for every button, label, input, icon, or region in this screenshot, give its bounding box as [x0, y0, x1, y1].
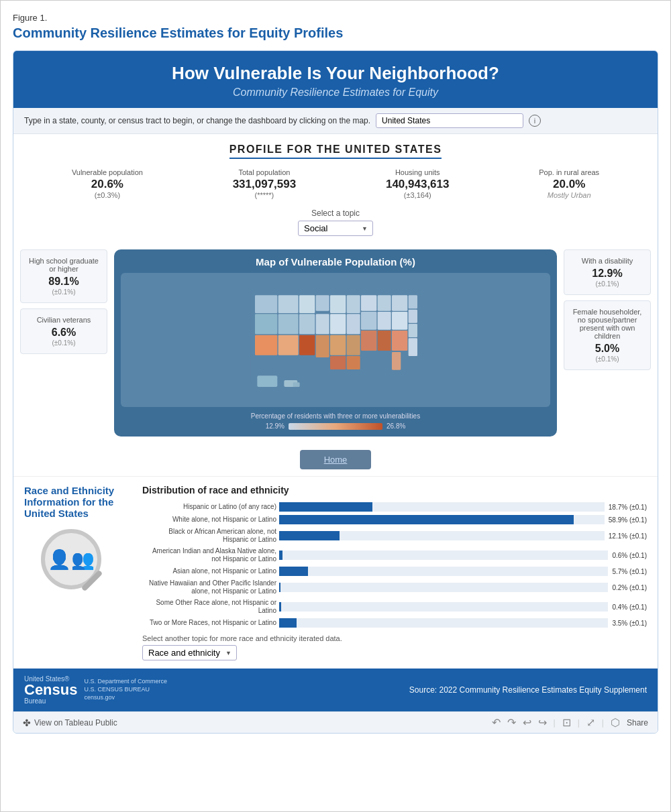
bar-value-3: 0.6% (±0.1) — [612, 552, 647, 559]
svg-rect-37 — [293, 382, 300, 387]
bar-fill-0 — [279, 502, 372, 512]
share-icon[interactable]: ⬡ — [611, 716, 620, 729]
bar-fill-3 — [279, 550, 282, 560]
dashboard-header: How Vulnerable Is Your Neighborhood? Com… — [13, 51, 658, 108]
map-layout: High school graduate or higher 89.1% (±0… — [13, 249, 658, 443]
legend-max: 26.8% — [386, 422, 405, 430]
redo-icon[interactable]: ↷ — [507, 716, 516, 729]
subtitle: Community Resilience Estimates for Equit… — [27, 86, 644, 99]
people-icons: 👤👥 — [48, 548, 95, 571]
undo-icon[interactable]: ↶ — [492, 716, 501, 729]
home-button[interactable]: Home — [300, 450, 372, 469]
location-input[interactable] — [376, 113, 523, 128]
bar-label-2: Black or African American alone, not His… — [142, 528, 276, 544]
svg-rect-11 — [299, 335, 315, 355]
map-container[interactable]: Map of Vulnerable Population (%) — [114, 249, 557, 437]
stat-label-total: Total population — [233, 168, 297, 176]
select-another-label: Select another topic for more race and e… — [142, 634, 647, 642]
tableau-icon: ✤ — [23, 717, 31, 728]
bar-label-5: Native Hawaiian and Other Pacific Island… — [142, 579, 276, 595]
tableau-label: View on Tableau Public — [34, 718, 117, 728]
separator: | — [554, 718, 556, 728]
svg-rect-28 — [409, 310, 417, 323]
map-svg-area[interactable] — [121, 273, 550, 407]
bar-row-5: Native Hawaiian and Other Pacific Island… — [142, 579, 647, 595]
race-topic-select[interactable]: Race and ethnicity Age Sex — [142, 645, 237, 660]
svg-rect-3 — [299, 295, 315, 313]
race-section: Race and Ethnicity Information for the U… — [13, 476, 658, 669]
topic-select[interactable]: Social Economic Housing Demographic — [298, 221, 373, 236]
home-btn-area: Home — [13, 443, 658, 476]
svg-rect-26 — [392, 331, 407, 351]
right-stat-disability: With a disability 12.9% (±0.1%) — [564, 249, 651, 295]
map-legend: Percentage of residents with three or mo… — [121, 412, 550, 430]
bar-fill-4 — [279, 567, 308, 576]
map-center-area: Map of Vulnerable Population (%) — [114, 249, 557, 437]
select-topic-area: Select a topic Social Economic Housing D… — [27, 209, 644, 236]
footer-bar: United States® Census Bureau U.S. Depart… — [13, 669, 658, 711]
legend-gradient — [289, 423, 382, 430]
bureau-text: Bureau — [24, 697, 77, 705]
svg-rect-15 — [347, 314, 360, 334]
left-stat-moe-0: (±0.1%) — [52, 288, 76, 296]
separator2: | — [578, 718, 580, 728]
bar-fill-7 — [279, 618, 297, 628]
stat-label-vulnerable: Vulnerable population — [72, 168, 143, 176]
left-stat-label-1: Civilian veterans — [37, 316, 91, 324]
svg-rect-13 — [347, 295, 360, 313]
back-icon[interactable]: ↩ — [523, 716, 531, 729]
bar-track-4 — [279, 567, 608, 576]
right-stat-label-1: Female householder, no spouse/partner pr… — [573, 308, 642, 340]
window-icon[interactable]: ⊡ — [562, 716, 571, 729]
stat-moe-housing: (±3,164) — [386, 191, 450, 199]
dept-info: U.S. Department of Commerce U.S. CENSUS … — [84, 678, 167, 701]
svg-rect-22 — [378, 312, 391, 330]
bar-row-0: Hispanic or Latino (of any race)18.7% (±… — [142, 502, 647, 512]
select-another-topic: Select another topic for more race and e… — [142, 634, 647, 660]
svg-rect-8 — [316, 314, 329, 334]
magnifier-handle — [81, 570, 103, 592]
left-stat-value-1: 6.6% — [26, 327, 101, 339]
stat-total-pop: Total population 331,097,593 (*****) — [233, 168, 297, 199]
stat-value-rural: 20.0% — [539, 178, 599, 191]
bar-label-4: Asian alone, not Hispanic or Latino — [142, 567, 276, 575]
search-instruction: Type in a state, county, or census tract… — [24, 116, 370, 125]
left-stat-veterans: Civilian veterans 6.6% (±0.1%) — [20, 308, 107, 354]
forward-icon[interactable]: ↪ — [538, 716, 547, 729]
svg-rect-24 — [361, 331, 376, 351]
svg-rect-4 — [316, 295, 329, 310]
tableau-view-label[interactable]: ✤ View on Tableau Public — [23, 717, 117, 728]
bar-fill-6 — [279, 602, 281, 612]
bar-track-6 — [279, 602, 608, 612]
svg-rect-12 — [330, 295, 346, 313]
separator3: | — [602, 718, 604, 728]
svg-rect-23 — [392, 312, 407, 330]
bar-row-4: Asian alone, not Hispanic or Latino5.7% … — [142, 567, 647, 576]
figure-title: Community Resilience Estimates for Equit… — [13, 25, 658, 41]
svg-rect-31 — [316, 335, 329, 357]
bar-row-1: White alone, not Hispanic or Latino58.9%… — [142, 515, 647, 524]
left-stat-value-0: 89.1% — [26, 276, 101, 288]
stat-rural: Pop. in rural areas 20.0% Mostly Urban — [539, 168, 599, 199]
info-icon[interactable]: i — [529, 115, 541, 127]
right-stat-value-0: 12.9% — [570, 268, 645, 280]
profile-title: PROFILE FOR THE UNITED STATES — [229, 143, 442, 159]
stat-value-housing: 140,943,613 — [386, 178, 450, 191]
topic-dropdown-wrapper[interactable]: Social Economic Housing Demographic — [298, 221, 373, 236]
bar-chart-area: Hispanic or Latino (of any race)18.7% (±… — [142, 502, 647, 628]
race-dropdown-wrapper[interactable]: Race and ethnicity Age Sex — [142, 645, 237, 660]
bar-label-3: American Indian and Alaska Native alone,… — [142, 547, 276, 563]
expand-icon[interactable]: ⤢ — [586, 716, 595, 729]
legend-label: Percentage of residents with three or mo… — [121, 412, 550, 420]
svg-rect-33 — [347, 356, 360, 369]
bar-value-5: 0.2% (±0.1) — [612, 584, 647, 591]
bar-value-0: 18.7% (±0.1) — [609, 504, 647, 511]
stat-vulnerable: Vulnerable population 20.6% (±0.3%) — [72, 168, 143, 199]
stats-row: Vulnerable population 20.6% (±0.3%) Tota… — [27, 168, 644, 199]
search-bar-area: Type in a state, county, or census tract… — [13, 108, 658, 134]
svg-rect-29 — [409, 324, 417, 337]
bar-row-7: Two or More Races, not Hispanic or Latin… — [142, 618, 647, 628]
share-label[interactable]: Share — [627, 718, 648, 728]
bar-row-3: American Indian and Alaska Native alone,… — [142, 547, 647, 563]
source-text: Source: 2022 Community Resilience Estima… — [409, 685, 647, 695]
